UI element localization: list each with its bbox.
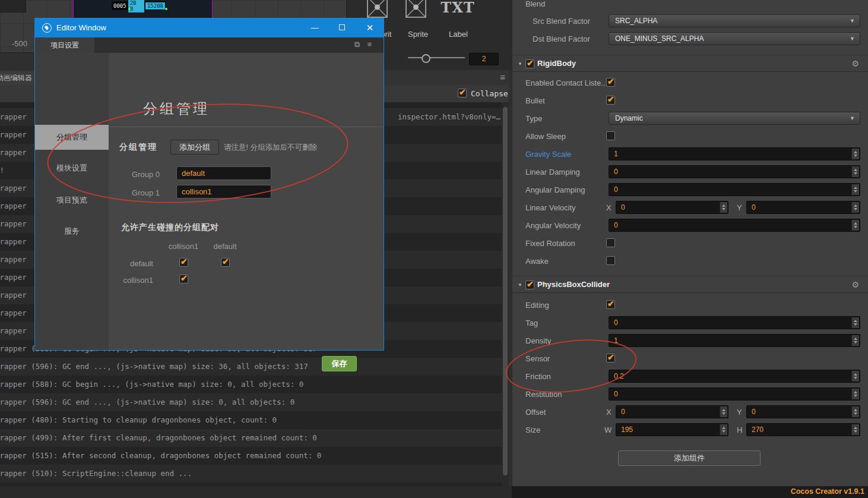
allow-sleep-checkbox[interactable] <box>606 131 615 140</box>
rigidbody-header[interactable]: ▼ RigidBody ⚙ <box>512 57 868 72</box>
number-stepper[interactable] <box>851 406 859 417</box>
collider-title: PhysicsBoxCollider <box>537 280 610 289</box>
cocos-logo-icon <box>42 23 52 33</box>
sprite-icon[interactable] <box>406 0 426 18</box>
pair-checkbox-collison1-collison1[interactable] <box>179 275 188 283</box>
matrix-row-header: collison1 <box>112 276 153 285</box>
group-section-label: 分组管理 <box>119 142 157 153</box>
sidebar-item-group-manage[interactable]: 分组管理 <box>35 125 109 150</box>
number-stepper[interactable] <box>851 389 859 399</box>
fixed-rotation-checkbox[interactable] <box>606 238 615 247</box>
tag-input[interactable]: 0 <box>609 316 860 329</box>
scene-label-selection: 20 8 <box>128 0 144 12</box>
scene-label-node[interactable]: 0005 20 8 15208 <box>112 1 166 10</box>
density-input[interactable]: 1 <box>609 334 860 347</box>
collider-enable-checkbox[interactable] <box>525 280 534 289</box>
panel-menu-icon[interactable]: ≡ <box>500 72 505 82</box>
add-component-button[interactable]: 添加组件 <box>618 450 761 466</box>
sidebar-item-services[interactable]: 服务 <box>35 226 109 237</box>
asset-item-label[interactable]: Label <box>441 30 476 39</box>
chevron-down-icon[interactable]: ▼ <box>518 61 522 67</box>
offset-y-input[interactable]: 0 <box>746 405 860 418</box>
offset-x-input[interactable]: 0 <box>616 405 728 418</box>
ruler-label: -500 <box>12 39 27 48</box>
minimize-button[interactable]: — <box>301 18 328 37</box>
number-stepper[interactable] <box>851 371 859 382</box>
angular-damping-input[interactable]: 0 <box>609 183 860 196</box>
src-blend-value: SRC_ALPHA <box>615 17 657 25</box>
restitution-input[interactable]: 0 <box>609 387 860 401</box>
divider <box>109 127 384 127</box>
number-stepper[interactable] <box>851 220 859 231</box>
group0-input[interactable]: default <box>176 166 271 180</box>
size-w-input[interactable]: 195 <box>616 423 728 436</box>
number-stepper[interactable] <box>851 166 859 177</box>
number-stepper[interactable] <box>720 202 727 213</box>
pair-section-title: 允许产生碰撞的分组配对 <box>121 222 219 233</box>
sensor-checkbox[interactable] <box>606 354 615 363</box>
type-dropdown[interactable]: Dynamic <box>609 112 860 125</box>
number-stepper[interactable] <box>851 335 859 346</box>
number-stepper[interactable] <box>720 406 727 417</box>
contact-listener-label: Enabled Contact Liste.. <box>525 78 605 87</box>
blend-section-label: Blend <box>525 0 545 8</box>
gear-icon[interactable]: ⚙ <box>851 280 859 289</box>
maximize-button[interactable] <box>328 18 356 37</box>
popout-icon[interactable]: ⧉ <box>354 40 367 49</box>
chevron-down-icon[interactable]: ▼ <box>518 282 522 288</box>
dialog-titlebar[interactable]: Editor Window — ✕ <box>35 18 384 37</box>
number-stepper[interactable] <box>851 317 859 328</box>
scene-label-text: 0005 <box>112 3 128 9</box>
console-row: wrapper (596): GC end ..., (js->native m… <box>0 393 509 411</box>
asset-item-label[interactable]: Sprite <box>400 30 436 39</box>
sidebar-item-module-settings[interactable]: 模块设置 <box>35 163 109 174</box>
number-stepper[interactable] <box>851 202 859 213</box>
gear-icon[interactable]: ⚙ <box>851 59 859 68</box>
number-stepper[interactable] <box>851 184 859 195</box>
zoom-slider-track[interactable] <box>408 57 465 58</box>
sprite-icon[interactable] <box>367 0 388 18</box>
number-stepper[interactable] <box>851 149 859 159</box>
gravity-scale-input[interactable]: 1 <box>609 147 860 160</box>
collapse-checkbox[interactable] <box>458 89 467 97</box>
rigidbody-enable-checkbox[interactable] <box>525 59 534 68</box>
zoom-slider-value[interactable]: 2 <box>469 53 499 65</box>
linear-velocity-x-input[interactable]: 0 <box>616 201 728 214</box>
gizmo-handle[interactable] <box>165 8 167 10</box>
src-blend-dropdown[interactable]: SRC_ALPHA <box>609 14 860 27</box>
awake-checkbox[interactable] <box>606 256 615 265</box>
txt-file-icon[interactable]: TXT <box>440 0 476 16</box>
tab-animation-editor[interactable]: 动画编辑器 <box>0 71 37 85</box>
size-h-input[interactable]: 270 <box>746 423 860 436</box>
bullet-label: Bullet <box>525 96 545 105</box>
gizmo-handle[interactable] <box>128 8 131 10</box>
group1-input[interactable]: collison1 <box>176 185 271 198</box>
console-scrollbar-thumb[interactable] <box>503 107 508 475</box>
tag-label: Tag <box>525 319 538 327</box>
close-button[interactable]: ✕ <box>356 18 384 37</box>
number-stepper[interactable] <box>720 424 727 435</box>
dialog-body: 分组管理 模块设置 项目预览 服务 分组管理 分组管理 添加分组 请注意! 分组… <box>35 53 384 350</box>
sidebar-item-project-preview[interactable]: 项目预览 <box>35 195 109 206</box>
collider-header[interactable]: ▼ PhysicsBoxCollider ⚙ <box>512 278 868 293</box>
editing-checkbox[interactable] <box>606 300 615 309</box>
collapse-label: Collapse <box>471 89 508 98</box>
inspector-panel: Blend Src Blend Factor SRC_ALPHA Dst Ble… <box>512 0 868 486</box>
tab-project-settings[interactable]: 项目设置 <box>35 37 94 53</box>
zoom-slider-handle[interactable] <box>422 54 430 63</box>
contact-listener-checkbox[interactable] <box>606 78 615 87</box>
dst-blend-dropdown[interactable]: ONE_MINUS_SRC_ALPHA <box>609 32 860 45</box>
friction-input[interactable]: 0.2 <box>609 370 860 383</box>
pair-checkbox-default-default[interactable] <box>221 258 230 267</box>
linear-velocity-y-input[interactable]: 0 <box>746 201 860 214</box>
add-group-button[interactable]: 添加分组 <box>170 140 219 155</box>
linear-damping-input[interactable]: 0 <box>609 165 860 178</box>
angular-velocity-input[interactable]: 0 <box>609 219 860 232</box>
number-stepper[interactable] <box>851 424 859 435</box>
restitution-label: Restitution <box>525 390 562 399</box>
pair-checkbox-default-collison1[interactable] <box>179 258 188 267</box>
bullet-checkbox[interactable] <box>606 96 615 105</box>
menu-icon[interactable]: ≡ <box>367 40 379 49</box>
group0-label: Group 0 <box>118 170 160 179</box>
save-button[interactable]: 保存 <box>322 356 357 371</box>
